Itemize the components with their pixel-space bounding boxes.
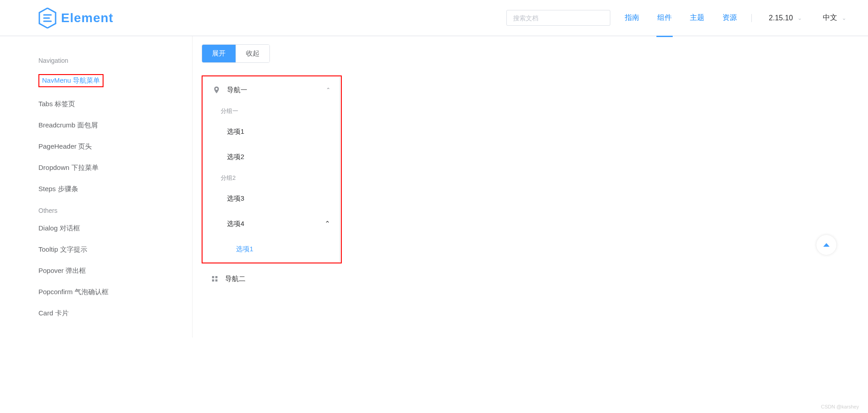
sidebar-item-tabs[interactable]: Tabs 标签页 — [38, 94, 192, 115]
caret-up-icon — [823, 243, 830, 247]
collapse-toggle-group: 展开 收起 — [202, 44, 270, 63]
expand-button[interactable]: 展开 — [202, 45, 236, 62]
demo-menu-highlight: 导航一 ⌃ 分组一 选项1 选项2 分组2 选项3 选项4 ⌃ 选项1 — [202, 75, 342, 263]
nav-component[interactable]: 组件 — [656, 13, 673, 23]
sidebar-item-card[interactable]: Card 卡片 — [38, 303, 192, 324]
menu-item-sub-option1[interactable]: 选项1 — [203, 236, 340, 262]
sidebar-item-steps[interactable]: Steps 步骤条 — [38, 178, 192, 200]
sidebar-item-breadcrumb[interactable]: Breadcrumb 面包屑 — [38, 115, 192, 136]
chevron-down-icon: ⌄ — [797, 15, 802, 21]
sidebar-item-popconfirm[interactable]: Popconfirm 气泡确认框 — [38, 282, 192, 303]
chevron-up-icon: ⌃ — [325, 220, 330, 228]
version-label: 2.15.10 — [769, 14, 793, 22]
logo-text: Element — [61, 11, 113, 25]
menu-item-option1[interactable]: 选项1 — [203, 119, 340, 144]
sidebar-item-pageheader[interactable]: PageHeader 页头 — [38, 136, 192, 157]
nav-theme[interactable]: 主题 — [689, 13, 705, 23]
svg-rect-2 — [212, 279, 214, 282]
menu-group1-title: 分组一 — [203, 103, 340, 119]
collapse-button[interactable]: 收起 — [236, 45, 269, 62]
svg-rect-1 — [215, 276, 217, 278]
back-to-top-button[interactable] — [816, 235, 836, 255]
menu-grid-icon — [211, 275, 219, 283]
language-select[interactable]: 中文 ⌄ — [819, 13, 850, 23]
sidebar-item-popover[interactable]: Popover 弹出框 — [38, 260, 192, 282]
svg-rect-0 — [212, 276, 214, 278]
nav-guide[interactable]: 指南 — [624, 13, 640, 23]
submenu-option4-label: 选项4 — [227, 220, 244, 228]
sidebar-item-dropdown[interactable]: Dropdown 下拉菜单 — [38, 157, 192, 178]
submenu-nav2[interactable]: 导航二 — [202, 266, 340, 291]
sidebar-group-navigation: Navigation — [38, 53, 192, 68]
version-select[interactable]: 2.15.10 ⌄ — [765, 14, 806, 22]
svg-rect-3 — [215, 279, 217, 282]
language-label: 中文 — [823, 13, 837, 23]
submenu-nav2-label: 导航二 — [225, 275, 245, 283]
main-content: 展开 收起 导航一 ⌃ 分组一 选项1 选项2 分组2 选项3 — [192, 36, 830, 338]
sidebar-item-navmenu[interactable]: NavMenu 导航菜单 — [38, 68, 192, 94]
menu-group2-title: 分组2 — [203, 169, 340, 186]
nav-resource[interactable]: 资源 — [722, 13, 738, 23]
search-input[interactable] — [506, 10, 610, 26]
sidebar: Navigation NavMenu 导航菜单 Tabs 标签页 Breadcr… — [38, 36, 192, 338]
submenu-option4[interactable]: 选项4 ⌃ — [203, 211, 340, 236]
divider — [751, 14, 752, 22]
menu-item-option2[interactable]: 选项2 — [203, 144, 340, 169]
submenu-nav1[interactable]: 导航一 ⌃ — [203, 77, 340, 103]
location-icon — [212, 86, 221, 94]
sidebar-group-others: Others — [38, 203, 192, 218]
submenu-nav1-label: 导航一 — [227, 86, 247, 94]
menu-item-option3[interactable]: 选项3 — [203, 186, 340, 211]
chevron-down-icon: ⌄ — [842, 15, 846, 21]
element-logo-icon — [38, 8, 57, 28]
vertical-menu: 导航一 ⌃ 分组一 选项1 选项2 分组2 选项3 选项4 ⌃ 选项1 — [203, 77, 340, 262]
chevron-up-icon: ⌃ — [326, 87, 330, 93]
logo[interactable]: Element — [38, 8, 113, 28]
sidebar-item-dialog[interactable]: Dialog 对话框 — [38, 218, 192, 239]
sidebar-item-tooltip[interactable]: Tooltip 文字提示 — [38, 239, 192, 260]
